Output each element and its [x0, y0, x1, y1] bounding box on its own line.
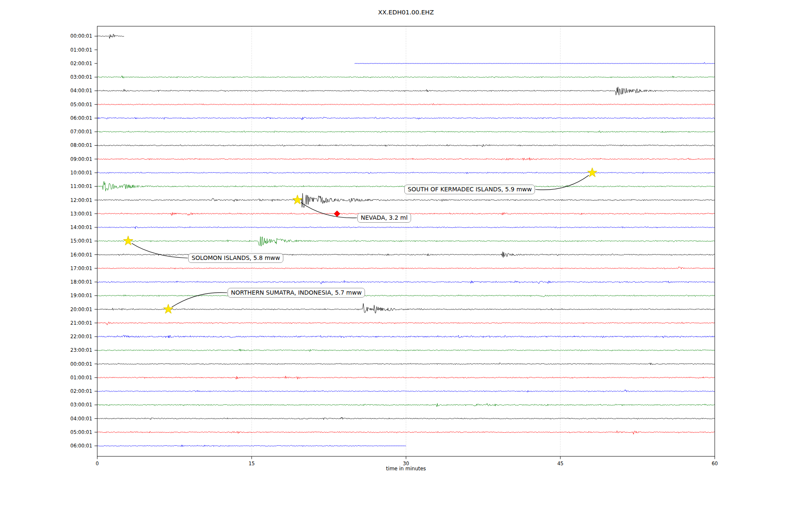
trace-row-18 [97, 281, 715, 284]
annotation-arrow [535, 175, 589, 190]
event-star-marker [164, 304, 173, 314]
y-tick-label: 12:00:01 [70, 197, 92, 203]
y-tick-label: 06:00:01 [70, 443, 92, 449]
trace-row-20 [97, 304, 715, 313]
annotation-arrow [301, 202, 357, 218]
event-annotation-sumatra: NORTHERN SUMATRA, INDONESIA, 5.7 mww [228, 288, 365, 298]
y-tick-label: 14:00:01 [70, 224, 92, 230]
y-tick-label: 05:00:01 [70, 429, 92, 435]
y-tick-label: 02:00:01 [70, 388, 92, 394]
annotation-arrow [172, 293, 227, 307]
y-tick-label: 15:00:01 [70, 238, 92, 244]
trace-row-8 [97, 144, 715, 147]
event-star-marker [123, 236, 133, 245]
y-tick-label: 04:00:01 [70, 416, 92, 422]
x-tick-label: 30 [403, 461, 409, 467]
event-diamond-marker [334, 211, 340, 217]
annotation-arrow [132, 243, 188, 258]
trace-row-26 [97, 389, 715, 392]
y-tick-label: 08:00:01 [70, 142, 92, 148]
event-annotation-kermadec: SOUTH OF KERMADEC ISLANDS, 5.9 mww [404, 185, 535, 194]
trace-row-24 [97, 363, 715, 365]
trace-row-4 [97, 87, 715, 95]
y-tick-label: 16:00:01 [70, 252, 92, 258]
y-tick-label: 11:00:01 [70, 183, 92, 189]
y-tick-label: 22:00:01 [70, 334, 92, 340]
y-tick-label: 06:00:01 [70, 115, 92, 121]
y-tick-label: 10:00:01 [70, 170, 92, 176]
y-tick-label: 07:00:01 [70, 129, 92, 135]
y-tick-label: 18:00:01 [70, 279, 92, 285]
trace-row-3 [97, 76, 715, 78]
event-annotation-solomon: SOLOMON ISLANDS, 5.8 mww [188, 253, 283, 263]
y-tick-label: 09:00:01 [70, 156, 92, 162]
trace-row-5 [97, 103, 715, 105]
trace-row-14 [97, 226, 715, 229]
trace-row-2 [354, 62, 715, 64]
x-tick-label: 0 [96, 461, 99, 467]
y-tick-label: 03:00:01 [70, 402, 92, 408]
trace-row-7 [97, 131, 715, 133]
y-tick-label: 00:00:01 [70, 33, 92, 39]
y-tick-label: 04:00:01 [70, 88, 92, 94]
event-annotation-nevada: NEVADA, 3.2 ml [357, 213, 411, 223]
y-tick-label: 01:00:01 [70, 375, 92, 381]
trace-row-23 [97, 349, 715, 352]
trace-row-0 [97, 34, 124, 39]
x-tick-label: 15 [249, 461, 255, 467]
y-tick-label: 21:00:01 [70, 320, 92, 326]
y-tick-label: 01:00:01 [70, 47, 92, 53]
x-tick-label: 45 [557, 461, 564, 467]
trace-row-12 [97, 193, 715, 207]
dayplot-window: XX.EDH01.00.EHZ 00:00:0101:00:0102:00:01… [0, 0, 812, 508]
y-tick-label: 23:00:01 [70, 347, 92, 353]
y-tick-label: 00:00:01 [70, 361, 92, 367]
helicorder-plot-canvas: 00:00:0101:00:0102:00:0103:00:0104:00:01… [0, 0, 812, 508]
y-tick-label: 05:00:01 [70, 102, 92, 108]
trace-row-9 [97, 157, 715, 160]
y-tick-label: 20:00:01 [70, 306, 92, 312]
x-tick-label: 60 [712, 461, 718, 467]
y-tick-label: 19:00:01 [70, 293, 92, 298]
y-tick-label: 17:00:01 [70, 265, 92, 271]
event-star-marker [293, 195, 302, 204]
y-tick-label: 13:00:01 [70, 211, 92, 217]
y-tick-label: 03:00:01 [70, 74, 92, 80]
y-tick-label: 02:00:01 [70, 61, 92, 66]
